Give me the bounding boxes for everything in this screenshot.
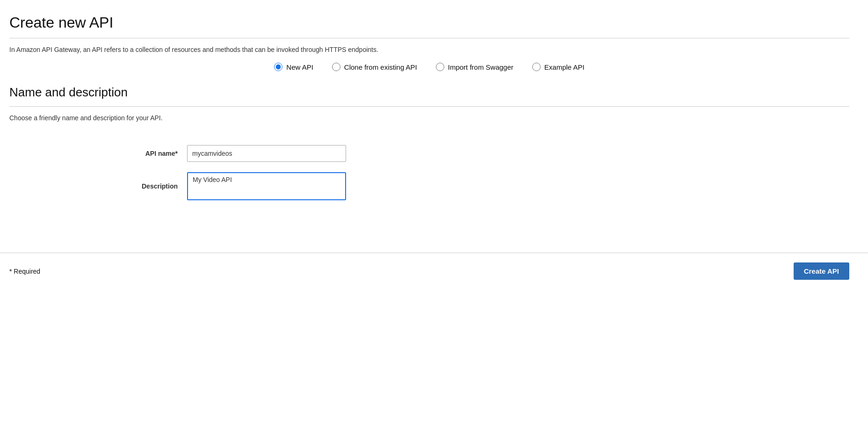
radio-label-clone-api: Clone from existing API <box>344 63 417 71</box>
description-input[interactable]: My Video API <box>187 172 346 200</box>
section-intro: Choose a friendly name and description f… <box>9 114 849 122</box>
radio-new-api[interactable] <box>274 63 282 71</box>
radio-option-import-swagger[interactable]: Import from Swagger <box>436 63 514 71</box>
radio-import-swagger[interactable] <box>436 63 444 71</box>
api-name-row: API name* <box>9 145 849 162</box>
required-text: * Required <box>9 268 40 275</box>
section-title: Name and description <box>9 85 849 100</box>
footer: * Required Create API <box>0 253 868 289</box>
radio-option-new-api[interactable]: New API <box>274 63 313 71</box>
api-name-label: API name* <box>103 150 178 157</box>
radio-example-api[interactable] <box>532 63 541 71</box>
title-divider <box>9 38 849 38</box>
intro-text: In Amazon API Gateway, an API refers to … <box>9 46 849 53</box>
api-name-input[interactable] <box>187 145 346 162</box>
radio-option-example-api[interactable]: Example API <box>532 63 585 71</box>
radio-label-new-api: New API <box>286 63 313 71</box>
page-container: Create new API In Amazon API Gateway, an… <box>0 0 868 243</box>
api-type-radio-group: New API Clone from existing API Import f… <box>9 63 849 71</box>
description-row: Description My Video API <box>9 172 849 200</box>
radio-label-example-api: Example API <box>544 63 585 71</box>
radio-label-import-swagger: Import from Swagger <box>448 63 514 71</box>
section-divider <box>9 106 849 107</box>
form-section: API name* Description My Video API <box>9 136 849 229</box>
description-label: Description <box>103 182 178 190</box>
radio-option-clone-api[interactable]: Clone from existing API <box>332 63 417 71</box>
create-api-button[interactable]: Create API <box>794 262 849 280</box>
page-title: Create new API <box>9 14 849 31</box>
radio-clone-api[interactable] <box>332 63 340 71</box>
